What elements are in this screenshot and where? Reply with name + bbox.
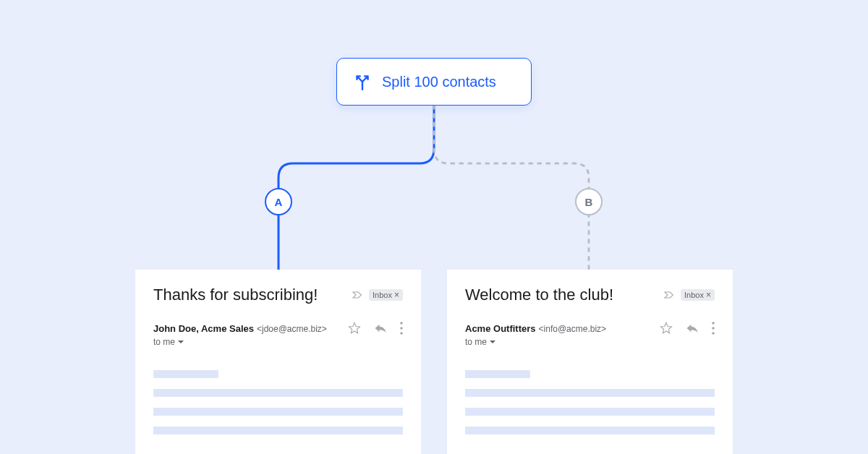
variant-badge-b: B	[575, 188, 603, 215]
chevron-down-icon	[490, 340, 495, 344]
variant-b-label: B	[585, 196, 593, 208]
split-node[interactable]: Split 100 contacts	[336, 58, 532, 106]
inbox-tag[interactable]: Inbox ×	[369, 289, 403, 301]
reply-icon[interactable]	[686, 322, 699, 335]
sender-email: <jdoe@acme.biz>	[257, 324, 327, 334]
email-body-placeholder	[153, 370, 403, 434]
to-me-dropdown[interactable]: to me	[153, 337, 327, 347]
email-preview-b: Welcome to the club! Inbox × Acme Outfit…	[447, 270, 733, 454]
more-icon[interactable]	[400, 322, 403, 335]
sender-email: <info@acme.biz>	[539, 324, 607, 334]
label-important-icon[interactable]	[663, 289, 675, 301]
reply-icon[interactable]	[374, 322, 387, 335]
sender-name: Acme Outfitters	[465, 323, 536, 334]
variant-a-label: A	[275, 196, 283, 208]
star-icon[interactable]	[348, 322, 361, 335]
label-important-icon[interactable]	[352, 289, 363, 301]
close-icon[interactable]: ×	[394, 291, 399, 299]
chevron-down-icon	[178, 340, 184, 344]
more-icon[interactable]	[712, 322, 715, 335]
svg-point-4	[712, 327, 715, 330]
split-label: Split 100 contacts	[382, 74, 496, 90]
svg-point-1	[400, 327, 403, 330]
sender-name: John Doe, Acme Sales	[153, 323, 254, 334]
inbox-tag-label: Inbox	[373, 291, 392, 299]
close-icon[interactable]: ×	[706, 291, 711, 299]
svg-point-3	[712, 322, 715, 325]
to-me-dropdown[interactable]: to me	[465, 337, 606, 347]
inbox-tag[interactable]: Inbox ×	[681, 289, 715, 301]
svg-point-2	[400, 332, 403, 335]
inbox-tag-label: Inbox	[684, 291, 704, 299]
to-me-label: to me	[153, 337, 175, 347]
svg-point-5	[712, 332, 715, 335]
split-icon	[353, 72, 372, 91]
email-a-subject: Thanks for subscribing!	[153, 286, 318, 304]
star-icon[interactable]	[660, 322, 673, 335]
to-me-label: to me	[465, 337, 487, 347]
svg-point-0	[400, 322, 403, 325]
variant-badge-a: A	[265, 188, 292, 215]
email-body-placeholder	[465, 370, 715, 434]
email-preview-a: Thanks for subscribing! Inbox × John Doe…	[135, 270, 421, 454]
email-b-subject: Welcome to the club!	[465, 286, 613, 304]
